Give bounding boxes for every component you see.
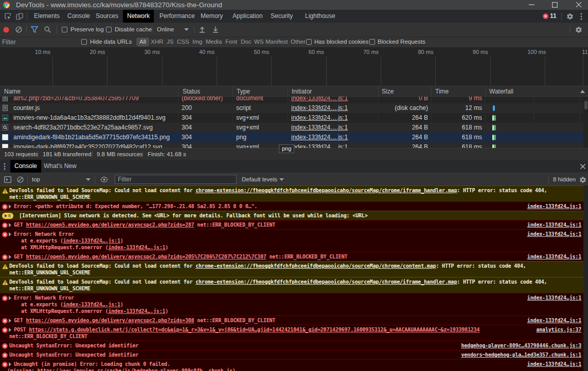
tab-network[interactable]: Network <box>123 10 154 23</box>
source-location-link[interactable]: analytics.js:37 <box>536 326 581 333</box>
settings-gear-icon[interactable] <box>566 13 574 20</box>
filter-chip-manifest[interactable]: Manifest <box>265 38 288 46</box>
tab-console[interactable]: Console <box>63 10 94 23</box>
message-link[interactable]: index-133fd24….js:1 <box>108 245 165 250</box>
initiator-link[interactable]: index-133fd24….js:1 <box>291 143 348 148</box>
console-message-error[interactable]: index-133fd24…js:1GET https://open5.myvi… <box>0 220 583 229</box>
message-link[interactable]: index-133fd24….js:1 <box>63 238 120 244</box>
kebab-menu-icon[interactable] <box>580 13 582 20</box>
inspect-element-icon[interactable] <box>4 13 11 20</box>
drawer-kebab-menu-icon[interactable] <box>4 163 6 170</box>
hidden-messages-count[interactable]: 8 hidden <box>553 176 576 182</box>
column-header-initiator[interactable]: Initiator <box>292 86 312 97</box>
source-location-link[interactable]: index-133fd24…js:1 <box>527 203 581 210</box>
initiator-link[interactable]: index-133fd24….js:1 <box>291 134 348 141</box>
message-link[interactable]: https://open5.myvideo.ge/delivery/asyncs… <box>26 318 194 323</box>
source-location-link[interactable]: vendors~hedgehog-pla…1ed3e357.chunk.js:1 <box>461 351 581 358</box>
initiator-link[interactable]: index-133fd24….js:1 <box>291 97 348 102</box>
console-message-error[interactable]: hedgehog-player-809c…43798446.chunk.js:3… <box>0 341 583 350</box>
column-header-waterfall[interactable]: Waterfall <box>489 86 513 97</box>
source-location-link[interactable]: index-133fd24…js:1 <box>527 231 581 237</box>
request-row[interactable]: counter.js200scriptindex-133fd24….js:1(d… <box>0 103 583 113</box>
tab-sources[interactable]: Sources <box>92 10 122 23</box>
console-sidebar-icon[interactable] <box>4 176 11 183</box>
drawer-close-icon[interactable] <box>580 164 585 169</box>
source-location-link[interactable]: index-133fd24…js:1 <box>527 317 581 324</box>
drawer-tab-whats-new[interactable]: What's New <box>40 160 81 173</box>
chevron-down-icon[interactable] <box>86 178 91 181</box>
window-minimize-button[interactable] <box>529 4 534 6</box>
drawer-tab-console[interactable]: Console <box>10 160 41 173</box>
hide-data-urls-checkbox[interactable] <box>81 39 87 45</box>
device-toolbar-icon[interactable] <box>16 13 23 20</box>
filter-chip-doc[interactable]: Doc <box>241 38 251 46</box>
filter-chip-other[interactable]: Other <box>291 38 306 46</box>
filter-chip-ws[interactable]: WS <box>254 38 264 46</box>
expand-triangle-icon[interactable] <box>9 255 11 259</box>
source-location-link[interactable]: index-133fd24…js:1 <box>527 253 581 260</box>
error-count-icon[interactable] <box>543 13 548 19</box>
initiator-link[interactable]: index-133fd24….js:1 <box>291 124 348 131</box>
request-row[interactable]: imovies-new-1da6a4ac1b3a2f38882ddfb12d4f… <box>0 113 583 123</box>
console-message-error[interactable]: index-133fd24…js:1Error: Network Errorat… <box>0 293 583 316</box>
error-count[interactable]: 11 <box>550 12 557 20</box>
disable-cache-checkbox[interactable] <box>106 27 112 32</box>
filter-chip-media[interactable]: Media <box>206 38 222 46</box>
console-message-warning[interactable]: DevTools failed to load SourceMap: Could… <box>0 277 583 293</box>
message-link[interactable]: https://stats.g.doubleclick.net/j/collec… <box>29 327 479 332</box>
column-header-name[interactable]: Name <box>4 86 21 97</box>
filter-chip-img[interactable]: Img <box>192 38 202 46</box>
clear-console-icon[interactable] <box>17 176 24 183</box>
filter-chip-font[interactable]: Font <box>225 38 237 46</box>
import-har-icon[interactable] <box>199 26 206 33</box>
console-message-error[interactable]: index-133fd24…js:1Uncaught (in promise) … <box>0 359 583 371</box>
console-message-error[interactable]: index-133fd24…js:1Error: <path> attribut… <box>0 201 583 211</box>
message-link[interactable]: https://open5.myvideo.ge/delivery/asyncs… <box>26 222 194 228</box>
tab-lighthouse[interactable]: Lighthouse <box>301 10 340 23</box>
has-blocked-cookies-checkbox[interactable] <box>306 39 312 45</box>
filter-funnel-icon[interactable] <box>31 26 38 33</box>
console-filter-input[interactable] <box>115 175 237 184</box>
throttling-select[interactable]: Online <box>157 26 174 32</box>
expand-triangle-icon[interactable] <box>9 296 11 300</box>
record-network-log-icon[interactable] <box>3 27 9 33</box>
request-row[interactable]: amindigedark-f84b1b21aba5d5e37715cb97efc… <box>0 133 583 142</box>
console-message-intervention[interactable]: 6[Intervention] Slow network is detected… <box>0 211 583 220</box>
has-blocked-cookies-label[interactable]: Has blocked cookies <box>314 39 368 45</box>
filter-chip-xhr[interactable]: XHR <box>151 38 163 46</box>
context-selector[interactable]: top <box>32 176 40 182</box>
filter-chip-css[interactable]: CSS <box>177 38 189 46</box>
message-link[interactable]: https://open5.myvideo.ge/delivery/asyncs… <box>26 254 266 259</box>
column-header-size[interactable]: Size <box>382 86 394 97</box>
network-overview-timeline[interactable]: 10 ms20 ms30 ms40 ms50 ms60 ms70 ms80 ms… <box>0 47 588 86</box>
source-location-link[interactable]: index-133fd24…js:1 <box>527 221 581 228</box>
filter-chip-js[interactable]: JS <box>167 38 173 46</box>
tab-memory[interactable]: Memory <box>197 10 227 23</box>
console-message-error[interactable]: index-133fd24…js:1Error: Network Errorat… <box>0 229 583 252</box>
expand-triangle-icon[interactable] <box>9 223 11 227</box>
tab-elements[interactable]: Elements <box>30 10 64 23</box>
network-settings-gear-icon[interactable] <box>575 26 582 33</box>
clear-network-log-icon[interactable] <box>15 26 22 33</box>
source-location-link[interactable]: index-133fd24…js:1 <box>527 361 581 367</box>
request-row[interactable]: atrs2.php?zid=207&cb=0.3538407259577709(… <box>0 97 583 103</box>
disable-cache-label[interactable]: Disable cache <box>115 26 152 32</box>
message-link[interactable]: chrome-extension://fheoggkfdfchfphceeifd… <box>195 279 457 285</box>
request-row[interactable]: search-4df823a2071bdbc523e27a25aa4c9857.… <box>0 123 583 133</box>
blocked-requests-checkbox[interactable] <box>369 39 375 45</box>
console-message-warning[interactable]: DevTools failed to load SourceMap: Could… <box>0 186 583 201</box>
initiator-link[interactable]: index-133fd24….js:1 <box>291 114 348 121</box>
expand-triangle-icon[interactable] <box>9 232 11 236</box>
column-header-time[interactable]: Time <box>435 86 449 97</box>
message-link[interactable]: chrome-extension://fheoggkfdfchfphceeifd… <box>195 263 436 269</box>
hide-data-urls-label[interactable]: Hide data URLs <box>90 39 132 45</box>
message-link[interactable]: https://www.imovies.cc/cache/js/hedgehog… <box>37 368 233 371</box>
window-close-button[interactable] <box>576 2 582 8</box>
source-location-link[interactable]: hedgehog-player-809c…43798446.chunk.js:3 <box>461 342 581 349</box>
message-link[interactable]: chrome-extension://fheoggkfdfchfphceeifd… <box>195 188 457 193</box>
message-link[interactable]: index-133fd24….js:1 <box>108 308 165 314</box>
export-har-icon[interactable] <box>212 26 219 33</box>
tab-application[interactable]: Application <box>228 10 267 23</box>
console-settings-gear-icon[interactable] <box>579 176 586 183</box>
window-maximize-button[interactable] <box>552 2 558 8</box>
